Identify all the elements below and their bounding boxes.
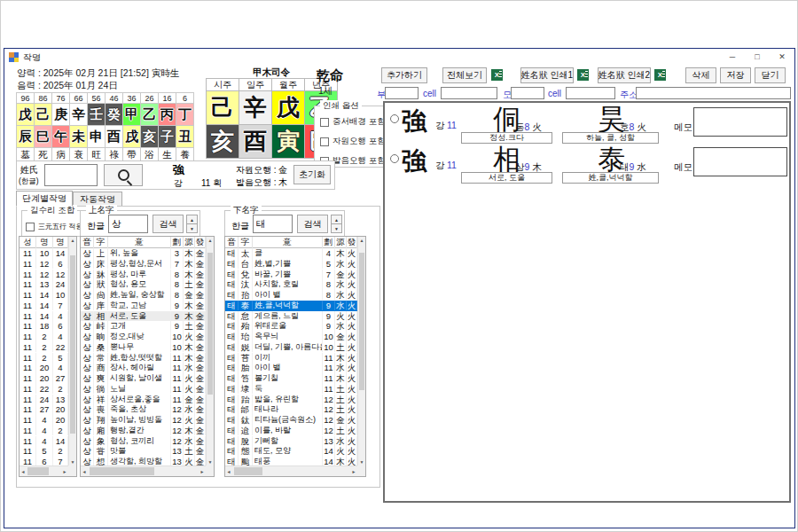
combo-row[interactable]: 1142 [20, 426, 68, 436]
surname-input[interactable] [44, 164, 98, 186]
mother-input[interactable] [511, 87, 544, 99]
spinner-down-icon[interactable]: ▼ [186, 224, 198, 233]
father-input[interactable] [385, 87, 419, 99]
combo-row[interactable]: 11222 [20, 384, 68, 395]
upper-hanja-row[interactable]: 상牀평상, 마루8木金 [81, 270, 206, 280]
print2-button[interactable]: 姓名狀 인쇄2 [598, 67, 651, 83]
scroll-thumb[interactable] [27, 467, 49, 475]
delete-button[interactable]: 삭제 [685, 67, 716, 83]
scroll-thumb[interactable] [90, 467, 154, 475]
lower-hanja-row[interactable]: 태脫기뻐할13水火 [225, 436, 357, 447]
memo-input[interactable] [693, 107, 787, 137]
combo-row[interactable]: 11126 [20, 259, 68, 270]
lower-hanja-row[interactable]: 태珆옥무늬10金火 [225, 332, 357, 342]
combo-row[interactable]: 1152 [20, 446, 68, 457]
lower-hanja-row[interactable]: 태態태도, 모양14火火 [225, 446, 357, 457]
scroll-down-icon[interactable]: ▼ [69, 458, 76, 466]
spinner-down-icon[interactable]: ▼ [331, 224, 342, 233]
mother-cell-input[interactable] [566, 87, 615, 99]
upper-hanja-row[interactable]: 상尙姓,높일, 숭상할8金金 [81, 290, 206, 301]
vertical-scrollbar[interactable]: ▲▼ [68, 237, 76, 466]
lower-hanja-row[interactable]: 태苔이끼11木火 [225, 353, 357, 364]
view-all-button[interactable]: 전체보기 [442, 67, 487, 83]
combo-row[interactable]: 11144 [20, 311, 68, 322]
upper-hanja-row[interactable]: 상相서로, 도울9木金 [81, 311, 206, 322]
lower-hanja-row[interactable]: 태泰姓,클,넉넉할9水火 [225, 301, 357, 311]
minimize-button[interactable]: ─ [720, 49, 745, 66]
print1-button[interactable]: 姓名狀 인쇄1 [520, 67, 574, 83]
scroll-thumb[interactable] [207, 253, 213, 395]
upper-search-button[interactable]: 검색 [153, 215, 184, 233]
upper-spinner[interactable]: ▲ ▼ [186, 215, 198, 233]
combo-row[interactable]: 11222 [20, 342, 68, 353]
scroll-up-icon[interactable]: ▲ [207, 237, 214, 244]
lower-hanja-row[interactable]: 태邰태나라12土火 [225, 404, 357, 415]
lower-hanja-row[interactable]: 태汰사치할, 호릴8水火 [225, 279, 357, 290]
candidate-radio[interactable] [390, 114, 399, 123]
lower-hanja-row[interactable]: 태跆밟을, 유린할12土火 [225, 395, 357, 405]
combo-row[interactable]: 112413 [20, 395, 68, 405]
lower-hanja-row[interactable]: 태埭둑11土火 [225, 384, 357, 395]
print-option-row[interactable]: 증서배경 포함 [320, 116, 386, 128]
address-input[interactable] [636, 87, 791, 99]
combo-row[interactable]: 11204 [20, 363, 68, 373]
combo-row[interactable]: 112027 [20, 373, 68, 384]
upper-hangul-input[interactable] [108, 215, 148, 233]
print-option-row[interactable]: 자원오행 포함 [320, 136, 386, 147]
scroll-thumb[interactable] [70, 255, 75, 434]
lower-hanja-row[interactable]: 태怠게으름, 느릴9火火 [225, 311, 357, 322]
scroll-left-icon[interactable]: ◄ [225, 466, 232, 476]
scroll-down-icon[interactable]: ▼ [358, 458, 365, 466]
upper-hanja-row[interactable]: 상峠고개9土金 [81, 321, 206, 332]
combo-row[interactable]: 111410 [20, 290, 68, 301]
horizontal-scrollbar[interactable]: ◄► [81, 466, 206, 476]
combo-row[interactable]: 11186 [20, 321, 68, 332]
upper-hanja-row[interactable]: 상甞맛볼13土金 [81, 446, 206, 457]
candidate-radio[interactable] [390, 154, 399, 163]
lower-hanja-row[interactable]: 태兌바꿀, 기쁠7金火 [225, 270, 357, 280]
scroll-up-icon[interactable]: ▲ [358, 237, 365, 244]
lower-hanja-row[interactable]: 태颱태풍14木火 [225, 457, 357, 466]
combo-row[interactable]: 112720 [20, 404, 68, 415]
combo-row[interactable]: 1167 [20, 457, 68, 466]
scroll-right-icon[interactable]: ► [61, 466, 68, 476]
upper-hanja-row[interactable]: 상廂행랑,곁간12木金 [81, 426, 206, 436]
title-bar[interactable]: 작명 ─ □ ✕ [4, 49, 794, 66]
excel-icon[interactable]: X [654, 69, 666, 81]
lower-search-button[interactable]: 검색 [297, 215, 328, 233]
upper-hanja-row[interactable]: 상商장사, 헤아릴11水金 [81, 363, 206, 373]
lower-hanja-row[interactable]: 태笞볼기칠11木火 [225, 373, 357, 384]
scroll-right-icon[interactable]: ► [350, 466, 357, 476]
upper-hanja-row[interactable]: 상徜노닐11火金 [81, 384, 206, 395]
name-candidate-row[interactable]: 強강11相상9 木서로, 도울泰태9 水姓,클,넉넉할메모 [385, 145, 789, 184]
horizontal-scrollbar[interactable]: ◄► [225, 466, 357, 476]
print-option-checkbox[interactable] [320, 137, 329, 146]
upper-hanja-row[interactable]: 상祥상서로울,좋을11金金 [81, 395, 206, 405]
print-option-checkbox[interactable] [320, 118, 329, 127]
upper-hanja-row[interactable]: 상常姓,항상,떳떳할11木金 [81, 353, 206, 364]
scroll-thumb[interactable] [234, 467, 262, 475]
close-button[interactable]: ✕ [770, 49, 794, 66]
upper-hanja-row[interactable]: 상庠학교, 고남9木金 [81, 301, 206, 311]
close-dialog-button[interactable]: 닫기 [755, 67, 786, 83]
vertical-scrollbar[interactable]: ▲▼ [357, 237, 365, 466]
samwon-checkbox[interactable] [26, 223, 35, 231]
scroll-right-icon[interactable]: ► [199, 466, 206, 476]
upper-hanja-row[interactable]: 상桑뽕나무10木金 [81, 342, 206, 353]
lower-hangul-input[interactable] [253, 215, 293, 233]
combo-row[interactable]: 11414 [20, 436, 68, 447]
vertical-scrollbar[interactable]: ▲▼ [206, 237, 214, 466]
lower-hanja-row[interactable]: 태迨이를, 바랄12土火 [225, 426, 357, 436]
excel-icon[interactable]: X [491, 69, 503, 81]
maximize-button[interactable]: □ [745, 49, 770, 66]
lower-hanja-row[interactable]: 태殆위태로울9水火 [225, 321, 357, 332]
upper-hanja-row[interactable]: 상狀형상, 용모8土金 [81, 279, 206, 290]
combo-row[interactable]: 111324 [20, 279, 68, 290]
scroll-left-icon[interactable]: ◄ [20, 466, 27, 476]
memo-input[interactable] [693, 147, 787, 176]
lower-hanja-row[interactable]: 태台姓,별,기쁠5水火 [225, 259, 357, 270]
surname-search-button[interactable] [104, 164, 143, 186]
name-candidate-row[interactable]: 強강11侗동8 火정성.크다昊호8 火하늘, 클, 성할메모 [385, 105, 789, 145]
combo-row[interactable]: 111014 [20, 248, 68, 259]
combo-row[interactable]: 11147 [20, 301, 68, 311]
